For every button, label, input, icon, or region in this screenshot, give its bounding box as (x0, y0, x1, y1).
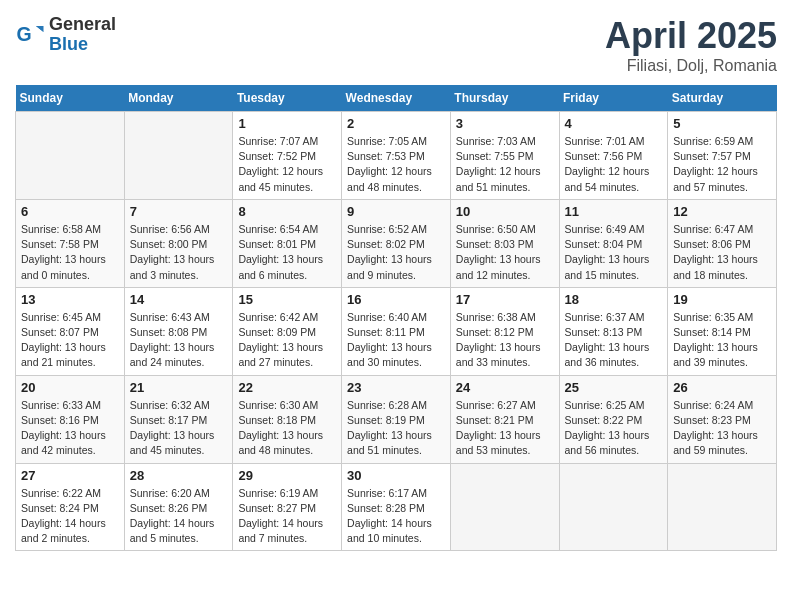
weekday-row: SundayMondayTuesdayWednesdayThursdayFrid… (16, 85, 777, 112)
calendar-cell: 6Sunrise: 6:58 AMSunset: 7:58 PMDaylight… (16, 199, 125, 287)
weekday-header-thursday: Thursday (450, 85, 559, 112)
day-info: Sunrise: 6:54 AMSunset: 8:01 PMDaylight:… (238, 222, 336, 283)
svg-text:G: G (17, 23, 32, 45)
day-info: Sunrise: 6:28 AMSunset: 8:19 PMDaylight:… (347, 398, 445, 459)
calendar-cell: 28Sunrise: 6:20 AMSunset: 8:26 PMDayligh… (124, 463, 233, 551)
weekday-header-monday: Monday (124, 85, 233, 112)
page-title: April 2025 (605, 15, 777, 57)
day-number: 14 (130, 292, 228, 307)
calendar-cell: 25Sunrise: 6:25 AMSunset: 8:22 PMDayligh… (559, 375, 668, 463)
day-info: Sunrise: 6:38 AMSunset: 8:12 PMDaylight:… (456, 310, 554, 371)
calendar-cell: 13Sunrise: 6:45 AMSunset: 8:07 PMDayligh… (16, 287, 125, 375)
title-block: April 2025 Filiasi, Dolj, Romania (605, 15, 777, 75)
calendar-cell: 16Sunrise: 6:40 AMSunset: 8:11 PMDayligh… (342, 287, 451, 375)
calendar-cell (559, 463, 668, 551)
calendar-cell: 10Sunrise: 6:50 AMSunset: 8:03 PMDayligh… (450, 199, 559, 287)
calendar-week-5: 27Sunrise: 6:22 AMSunset: 8:24 PMDayligh… (16, 463, 777, 551)
day-info: Sunrise: 6:58 AMSunset: 7:58 PMDaylight:… (21, 222, 119, 283)
day-number: 25 (565, 380, 663, 395)
weekday-header-tuesday: Tuesday (233, 85, 342, 112)
day-info: Sunrise: 6:43 AMSunset: 8:08 PMDaylight:… (130, 310, 228, 371)
day-info: Sunrise: 6:47 AMSunset: 8:06 PMDaylight:… (673, 222, 771, 283)
day-info: Sunrise: 7:07 AMSunset: 7:52 PMDaylight:… (238, 134, 336, 195)
day-info: Sunrise: 6:33 AMSunset: 8:16 PMDaylight:… (21, 398, 119, 459)
day-number: 23 (347, 380, 445, 395)
calendar-cell: 15Sunrise: 6:42 AMSunset: 8:09 PMDayligh… (233, 287, 342, 375)
day-number: 28 (130, 468, 228, 483)
calendar-cell: 8Sunrise: 6:54 AMSunset: 8:01 PMDaylight… (233, 199, 342, 287)
day-info: Sunrise: 6:52 AMSunset: 8:02 PMDaylight:… (347, 222, 445, 283)
day-number: 5 (673, 116, 771, 131)
calendar-header: SundayMondayTuesdayWednesdayThursdayFrid… (16, 85, 777, 112)
day-info: Sunrise: 6:56 AMSunset: 8:00 PMDaylight:… (130, 222, 228, 283)
page-subtitle: Filiasi, Dolj, Romania (605, 57, 777, 75)
weekday-header-sunday: Sunday (16, 85, 125, 112)
logo-line1: General (49, 15, 116, 35)
day-number: 11 (565, 204, 663, 219)
logo-icon: G (15, 20, 45, 50)
weekday-header-wednesday: Wednesday (342, 85, 451, 112)
calendar-cell: 18Sunrise: 6:37 AMSunset: 8:13 PMDayligh… (559, 287, 668, 375)
calendar-cell (668, 463, 777, 551)
day-number: 10 (456, 204, 554, 219)
day-number: 18 (565, 292, 663, 307)
day-number: 20 (21, 380, 119, 395)
calendar-week-4: 20Sunrise: 6:33 AMSunset: 8:16 PMDayligh… (16, 375, 777, 463)
day-info: Sunrise: 6:30 AMSunset: 8:18 PMDaylight:… (238, 398, 336, 459)
day-info: Sunrise: 7:05 AMSunset: 7:53 PMDaylight:… (347, 134, 445, 195)
calendar-body: 1Sunrise: 7:07 AMSunset: 7:52 PMDaylight… (16, 112, 777, 551)
calendar-cell: 29Sunrise: 6:19 AMSunset: 8:27 PMDayligh… (233, 463, 342, 551)
calendar-cell: 26Sunrise: 6:24 AMSunset: 8:23 PMDayligh… (668, 375, 777, 463)
day-info: Sunrise: 6:49 AMSunset: 8:04 PMDaylight:… (565, 222, 663, 283)
calendar-week-3: 13Sunrise: 6:45 AMSunset: 8:07 PMDayligh… (16, 287, 777, 375)
day-number: 19 (673, 292, 771, 307)
calendar-cell: 24Sunrise: 6:27 AMSunset: 8:21 PMDayligh… (450, 375, 559, 463)
day-info: Sunrise: 6:50 AMSunset: 8:03 PMDaylight:… (456, 222, 554, 283)
calendar-cell: 2Sunrise: 7:05 AMSunset: 7:53 PMDaylight… (342, 112, 451, 200)
calendar-week-1: 1Sunrise: 7:07 AMSunset: 7:52 PMDaylight… (16, 112, 777, 200)
day-info: Sunrise: 6:22 AMSunset: 8:24 PMDaylight:… (21, 486, 119, 547)
calendar-cell: 4Sunrise: 7:01 AMSunset: 7:56 PMDaylight… (559, 112, 668, 200)
day-info: Sunrise: 6:45 AMSunset: 8:07 PMDaylight:… (21, 310, 119, 371)
logo-text: General Blue (49, 15, 116, 55)
calendar-cell (16, 112, 125, 200)
day-info: Sunrise: 6:27 AMSunset: 8:21 PMDaylight:… (456, 398, 554, 459)
day-info: Sunrise: 6:40 AMSunset: 8:11 PMDaylight:… (347, 310, 445, 371)
day-info: Sunrise: 6:37 AMSunset: 8:13 PMDaylight:… (565, 310, 663, 371)
calendar-cell: 20Sunrise: 6:33 AMSunset: 8:16 PMDayligh… (16, 375, 125, 463)
day-number: 16 (347, 292, 445, 307)
calendar-cell (124, 112, 233, 200)
day-number: 9 (347, 204, 445, 219)
day-number: 1 (238, 116, 336, 131)
calendar-cell: 7Sunrise: 6:56 AMSunset: 8:00 PMDaylight… (124, 199, 233, 287)
calendar-cell: 1Sunrise: 7:07 AMSunset: 7:52 PMDaylight… (233, 112, 342, 200)
day-info: Sunrise: 6:24 AMSunset: 8:23 PMDaylight:… (673, 398, 771, 459)
day-info: Sunrise: 6:35 AMSunset: 8:14 PMDaylight:… (673, 310, 771, 371)
day-number: 2 (347, 116, 445, 131)
day-number: 24 (456, 380, 554, 395)
day-info: Sunrise: 6:59 AMSunset: 7:57 PMDaylight:… (673, 134, 771, 195)
calendar-week-2: 6Sunrise: 6:58 AMSunset: 7:58 PMDaylight… (16, 199, 777, 287)
calendar-cell: 9Sunrise: 6:52 AMSunset: 8:02 PMDaylight… (342, 199, 451, 287)
day-number: 27 (21, 468, 119, 483)
day-number: 7 (130, 204, 228, 219)
calendar-cell: 14Sunrise: 6:43 AMSunset: 8:08 PMDayligh… (124, 287, 233, 375)
day-number: 8 (238, 204, 336, 219)
day-info: Sunrise: 6:17 AMSunset: 8:28 PMDaylight:… (347, 486, 445, 547)
day-info: Sunrise: 6:20 AMSunset: 8:26 PMDaylight:… (130, 486, 228, 547)
day-info: Sunrise: 6:32 AMSunset: 8:17 PMDaylight:… (130, 398, 228, 459)
day-number: 22 (238, 380, 336, 395)
calendar-cell: 5Sunrise: 6:59 AMSunset: 7:57 PMDaylight… (668, 112, 777, 200)
day-info: Sunrise: 7:03 AMSunset: 7:55 PMDaylight:… (456, 134, 554, 195)
calendar-cell: 23Sunrise: 6:28 AMSunset: 8:19 PMDayligh… (342, 375, 451, 463)
page-header: G General Blue April 2025 Filiasi, Dolj,… (15, 15, 777, 75)
calendar-cell: 19Sunrise: 6:35 AMSunset: 8:14 PMDayligh… (668, 287, 777, 375)
day-info: Sunrise: 7:01 AMSunset: 7:56 PMDaylight:… (565, 134, 663, 195)
day-info: Sunrise: 6:42 AMSunset: 8:09 PMDaylight:… (238, 310, 336, 371)
day-number: 12 (673, 204, 771, 219)
calendar-cell: 21Sunrise: 6:32 AMSunset: 8:17 PMDayligh… (124, 375, 233, 463)
weekday-header-saturday: Saturday (668, 85, 777, 112)
weekday-header-friday: Friday (559, 85, 668, 112)
logo: G General Blue (15, 15, 116, 55)
svg-marker-2 (36, 26, 44, 32)
